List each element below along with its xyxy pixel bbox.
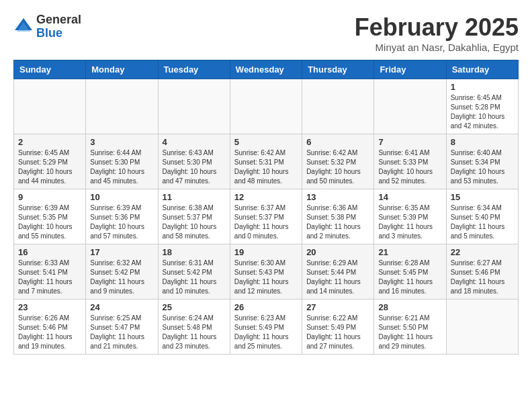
day-info: Sunrise: 6:30 AM Sunset: 5:43 PM Dayligh… <box>234 259 298 296</box>
day-number: 12 <box>234 192 298 202</box>
week-row-1: 1Sunrise: 6:45 AM Sunset: 5:28 PM Daylig… <box>14 79 519 134</box>
day-number: 10 <box>90 192 153 202</box>
day-number: 11 <box>163 192 226 202</box>
logo-blue-text: Blue <box>36 27 81 40</box>
day-info: Sunrise: 6:45 AM Sunset: 5:28 PM Dayligh… <box>451 93 514 131</box>
week-row-4: 16Sunrise: 6:33 AM Sunset: 5:41 PM Dayli… <box>14 244 519 300</box>
day-info: Sunrise: 6:38 AM Sunset: 5:37 PM Dayligh… <box>163 203 226 241</box>
calendar-cell: 8Sunrise: 6:40 AM Sunset: 5:34 PM Daylig… <box>446 134 518 189</box>
day-number: 3 <box>90 137 153 147</box>
day-number: 27 <box>306 302 369 312</box>
calendar-cell: 18Sunrise: 6:31 AM Sunset: 5:42 PM Dayli… <box>158 244 230 300</box>
logo: General Blue <box>13 13 81 40</box>
calendar-cell: 2Sunrise: 6:45 AM Sunset: 5:29 PM Daylig… <box>14 134 86 189</box>
calendar-cell: 21Sunrise: 6:28 AM Sunset: 5:45 PM Dayli… <box>374 244 446 300</box>
day-info: Sunrise: 6:21 AM Sunset: 5:50 PM Dayligh… <box>378 314 441 351</box>
calendar-cell <box>158 79 230 134</box>
calendar-cell: 28Sunrise: 6:21 AM Sunset: 5:50 PM Dayli… <box>374 300 446 355</box>
calendar-cell <box>374 79 446 134</box>
day-number: 23 <box>18 302 81 312</box>
calendar-cell: 22Sunrise: 6:27 AM Sunset: 5:46 PM Dayli… <box>446 244 518 300</box>
logo-icon <box>13 17 34 37</box>
day-info: Sunrise: 6:22 AM Sunset: 5:49 PM Dayligh… <box>306 314 369 351</box>
calendar-cell: 12Sunrise: 6:37 AM Sunset: 5:37 PM Dayli… <box>230 189 302 244</box>
weekday-header-tuesday: Tuesday <box>158 60 230 79</box>
day-info: Sunrise: 6:25 AM Sunset: 5:47 PM Dayligh… <box>90 314 153 351</box>
day-info: Sunrise: 6:36 AM Sunset: 5:38 PM Dayligh… <box>306 203 369 241</box>
day-info: Sunrise: 6:41 AM Sunset: 5:33 PM Dayligh… <box>378 148 441 186</box>
day-info: Sunrise: 6:28 AM Sunset: 5:45 PM Dayligh… <box>378 259 441 296</box>
day-number: 28 <box>378 302 441 312</box>
calendar-subtitle: Minyat an Nasr, Dakahlia, Egypt <box>355 42 519 53</box>
calendar-cell <box>446 300 518 355</box>
calendar-cell: 23Sunrise: 6:26 AM Sunset: 5:46 PM Dayli… <box>14 300 86 355</box>
day-info: Sunrise: 6:39 AM Sunset: 5:36 PM Dayligh… <box>90 203 153 241</box>
calendar-cell: 16Sunrise: 6:33 AM Sunset: 5:41 PM Dayli… <box>14 244 86 300</box>
calendar-cell: 9Sunrise: 6:39 AM Sunset: 5:35 PM Daylig… <box>14 189 86 244</box>
page-header: General Blue February 2025 Minyat an Nas… <box>13 13 519 53</box>
day-number: 8 <box>451 137 514 147</box>
calendar-cell: 24Sunrise: 6:25 AM Sunset: 5:47 PM Dayli… <box>86 300 158 355</box>
calendar-cell: 15Sunrise: 6:34 AM Sunset: 5:40 PM Dayli… <box>446 189 518 244</box>
day-info: Sunrise: 6:26 AM Sunset: 5:46 PM Dayligh… <box>18 314 81 351</box>
logo-general-text: General <box>36 13 81 27</box>
day-number: 15 <box>451 192 514 202</box>
day-number: 5 <box>234 137 298 147</box>
day-info: Sunrise: 6:23 AM Sunset: 5:49 PM Dayligh… <box>234 314 298 351</box>
weekday-header-monday: Monday <box>86 60 158 79</box>
day-info: Sunrise: 6:42 AM Sunset: 5:32 PM Dayligh… <box>306 148 369 186</box>
day-number: 14 <box>378 192 441 202</box>
day-number: 24 <box>90 302 153 312</box>
day-info: Sunrise: 6:44 AM Sunset: 5:30 PM Dayligh… <box>90 148 153 186</box>
day-info: Sunrise: 6:31 AM Sunset: 5:42 PM Dayligh… <box>163 259 226 296</box>
calendar-cell: 1Sunrise: 6:45 AM Sunset: 5:28 PM Daylig… <box>446 79 518 134</box>
calendar-cell: 6Sunrise: 6:42 AM Sunset: 5:32 PM Daylig… <box>302 134 374 189</box>
calendar-cell: 13Sunrise: 6:36 AM Sunset: 5:38 PM Dayli… <box>302 189 374 244</box>
day-number: 22 <box>451 247 514 257</box>
day-info: Sunrise: 6:29 AM Sunset: 5:44 PM Dayligh… <box>306 259 369 296</box>
week-row-5: 23Sunrise: 6:26 AM Sunset: 5:46 PM Dayli… <box>14 300 519 355</box>
day-info: Sunrise: 6:42 AM Sunset: 5:31 PM Dayligh… <box>234 148 298 186</box>
calendar-cell: 26Sunrise: 6:23 AM Sunset: 5:49 PM Dayli… <box>230 300 302 355</box>
weekday-header-saturday: Saturday <box>446 60 518 79</box>
week-row-2: 2Sunrise: 6:45 AM Sunset: 5:29 PM Daylig… <box>14 134 519 189</box>
day-number: 19 <box>234 247 298 257</box>
day-info: Sunrise: 6:43 AM Sunset: 5:30 PM Dayligh… <box>163 148 226 186</box>
day-info: Sunrise: 6:37 AM Sunset: 5:37 PM Dayligh… <box>234 203 298 241</box>
day-info: Sunrise: 6:24 AM Sunset: 5:48 PM Dayligh… <box>163 314 226 351</box>
calendar-cell: 19Sunrise: 6:30 AM Sunset: 5:43 PM Dayli… <box>230 244 302 300</box>
calendar-cell: 25Sunrise: 6:24 AM Sunset: 5:48 PM Dayli… <box>158 300 230 355</box>
calendar-cell <box>230 79 302 134</box>
calendar-cell: 5Sunrise: 6:42 AM Sunset: 5:31 PM Daylig… <box>230 134 302 189</box>
day-number: 17 <box>90 247 153 257</box>
calendar-cell <box>14 79 86 134</box>
day-number: 16 <box>18 247 81 257</box>
calendar-cell <box>86 79 158 134</box>
day-info: Sunrise: 6:45 AM Sunset: 5:29 PM Dayligh… <box>18 148 81 186</box>
calendar-title: February 2025 <box>355 13 519 42</box>
weekday-header-wednesday: Wednesday <box>230 60 302 79</box>
day-number: 13 <box>306 192 369 202</box>
day-info: Sunrise: 6:27 AM Sunset: 5:46 PM Dayligh… <box>451 259 514 296</box>
day-info: Sunrise: 6:32 AM Sunset: 5:42 PM Dayligh… <box>90 259 153 296</box>
day-number: 4 <box>163 137 226 147</box>
calendar-cell: 14Sunrise: 6:35 AM Sunset: 5:39 PM Dayli… <box>374 189 446 244</box>
calendar-cell: 10Sunrise: 6:39 AM Sunset: 5:36 PM Dayli… <box>86 189 158 244</box>
week-row-3: 9Sunrise: 6:39 AM Sunset: 5:35 PM Daylig… <box>14 189 519 244</box>
calendar-cell: 17Sunrise: 6:32 AM Sunset: 5:42 PM Dayli… <box>86 244 158 300</box>
day-info: Sunrise: 6:40 AM Sunset: 5:34 PM Dayligh… <box>451 148 514 186</box>
calendar-cell <box>302 79 374 134</box>
day-number: 9 <box>18 192 81 202</box>
calendar-table: SundayMondayTuesdayWednesdayThursdayFrid… <box>13 60 519 355</box>
day-number: 1 <box>451 82 514 92</box>
calendar-cell: 4Sunrise: 6:43 AM Sunset: 5:30 PM Daylig… <box>158 134 230 189</box>
weekday-header-thursday: Thursday <box>302 60 374 79</box>
day-info: Sunrise: 6:35 AM Sunset: 5:39 PM Dayligh… <box>378 203 441 241</box>
day-info: Sunrise: 6:34 AM Sunset: 5:40 PM Dayligh… <box>451 203 514 241</box>
day-info: Sunrise: 6:33 AM Sunset: 5:41 PM Dayligh… <box>18 259 81 296</box>
day-number: 21 <box>378 247 441 257</box>
day-number: 25 <box>163 302 226 312</box>
day-number: 7 <box>378 137 441 147</box>
weekday-header-row: SundayMondayTuesdayWednesdayThursdayFrid… <box>14 60 519 79</box>
calendar-cell: 20Sunrise: 6:29 AM Sunset: 5:44 PM Dayli… <box>302 244 374 300</box>
